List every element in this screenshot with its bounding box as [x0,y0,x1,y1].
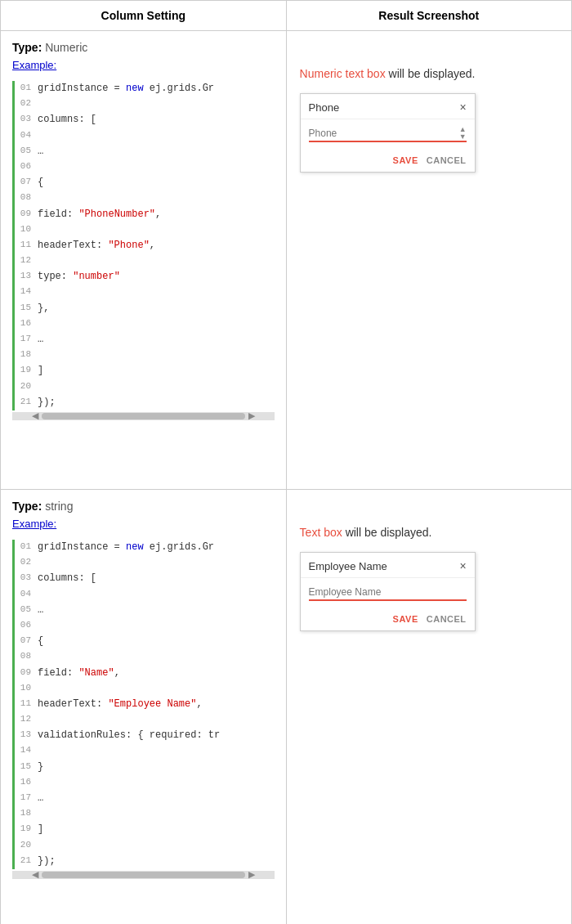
col-setting-header: Column Setting [1,1,287,31]
code-line: 05… [15,603,275,618]
code-line: 06 [15,159,275,175]
section1-phone-input[interactable] [309,126,459,141]
section2-result-cell: Text box will be displayed. Employee Nam… [286,490,571,925]
code-line: 08 [15,649,275,665]
scroll-right-arrow[interactable]: ▶ [245,410,258,421]
code-line: 18 [15,348,275,363]
section1-scrollbar[interactable]: ◀ ▶ [12,412,275,420]
section1-result-content: Numeric text box will be displayed. Phon… [287,31,571,184]
code-line: 19] [15,822,275,837]
scroll-right-arrow2[interactable]: ▶ [245,869,258,880]
section2-cell-content: Type: string Example: 01gridInstance = n… [1,490,286,924]
section1-result-text-part2: will [389,67,408,80]
code-line: 17… [15,791,275,806]
section1-dialog-footer: SAVE CANCEL [301,150,475,172]
code-line: 11headerText: "Phone", [15,238,275,253]
code-line: 11headerText: "Employee Name", [15,697,275,712]
code-line: 09field: "Name", [15,666,275,681]
section1-dialog-close[interactable]: × [459,101,466,114]
section2-example-link[interactable]: Example: [12,518,56,530]
code-line: 16 [15,316,275,332]
section2-code-block: 01gridInstance = new ej.grids.Gr 02 03co… [12,540,275,869]
scroll-left-arrow2[interactable]: ◀ [29,869,42,880]
code-line: 06 [15,618,275,634]
code-line: 14 [15,743,275,759]
code-line: 21}); [15,395,275,410]
code-line: 01gridInstance = new ej.grids.Gr [15,81,275,96]
section1-dialog-title: Phone [309,101,340,114]
section2-dialog-body [301,578,475,609]
code-line: 12 [15,712,275,728]
code-line: 03columns: [ [15,112,275,128]
section2-input-wrap [309,585,467,601]
code-line: 09field: "PhoneNumber", [15,207,275,222]
col-result-header: Result Screenshot [286,1,571,31]
section1-dialog: Phone × ▲ ▼ [300,93,476,173]
section1-dialog-header: Phone × [301,94,475,119]
section2-name-input[interactable] [309,585,467,601]
section2-dialog: Employee Name × SAVE CANCEL [300,552,476,631]
code-line: 21}); [15,854,275,869]
section2-type-value: string [45,500,73,513]
section2-cancel-button[interactable]: CANCEL [427,614,467,624]
section1-result-cell: Numeric text box will be displayed. Phon… [286,31,571,490]
section1-code-block: 01gridInstance = new ej.grids.Gr 02 03co… [12,81,275,410]
code-line: 10 [15,222,275,238]
code-line: 01gridInstance = new ej.grids.Gr [15,540,275,555]
section1-dialog-body: ▲ ▼ [301,119,475,150]
scroll-left-arrow[interactable]: ◀ [29,410,42,421]
code-line: 20 [15,838,275,854]
code-line: 15} [15,760,275,775]
code-line: 15}, [15,301,275,316]
section2-result-text-part2: will [346,526,364,539]
section1-type-value: Numeric [45,41,87,54]
code-line: 14 [15,285,275,300]
code-line: 18 [15,806,275,822]
numeric-arrows[interactable]: ▲ ▼ [459,126,467,141]
section1-cancel-button[interactable]: CANCEL [427,155,467,165]
code-line: 19] [15,363,275,379]
down-arrow[interactable]: ▼ [459,133,467,141]
section1-result-text: Numeric text box will be displayed. [300,67,558,80]
section1-result-text-part3: be displayed. [408,67,476,80]
section2-result-text-part1: Text box [300,526,346,539]
code-line: 02 [15,96,275,112]
section1-type-label: Type: Numeric [12,41,275,54]
code-line: 13validationRules: { required: tr [15,728,275,743]
section2-code-cell: Type: string Example: 01gridInstance = n… [1,490,287,925]
section2-save-button[interactable]: SAVE [393,614,418,624]
section2-result-text: Text box will be displayed. [300,526,558,539]
section2-scrollbar[interactable]: ◀ ▶ [12,871,275,879]
code-line: 05… [15,144,275,159]
section1-example-link[interactable]: Example: [12,59,56,71]
code-line: 12 [15,253,275,269]
code-line: 04 [15,128,275,144]
code-line: 13type: "number" [15,269,275,285]
code-line: 16 [15,775,275,791]
section2-dialog-close[interactable]: × [459,559,466,572]
code-line: 20 [15,379,275,395]
section2-dialog-footer: SAVE CANCEL [301,609,475,630]
main-table: Column Setting Result Screenshot Type: N… [0,0,572,924]
code-line: 17… [15,332,275,348]
code-line: 03columns: [ [15,571,275,586]
section2-result-content: Text box will be displayed. Employee Nam… [287,490,571,643]
code-line: 07{ [15,175,275,191]
scroll-track2[interactable] [42,872,245,878]
code-line: 02 [15,555,275,571]
section2-type-label: Type: string [12,500,275,513]
code-line: 04 [15,587,275,603]
section1-save-button[interactable]: SAVE [393,155,418,165]
section1-numeric-input-wrap: ▲ ▼ [309,126,467,142]
section1-result-text-part1: Numeric text box [300,67,389,80]
section2-result-text-part3: be displayed. [364,526,432,539]
section1-row: Type: Numeric Example: 01gridInstance = … [1,31,572,490]
code-line: 07{ [15,634,275,649]
scroll-track[interactable] [42,413,245,419]
section2-dialog-header: Employee Name × [301,553,475,578]
code-line: 08 [15,191,275,206]
section1-cell-content: Type: Numeric Example: 01gridInstance = … [1,31,286,489]
section2-row: Type: string Example: 01gridInstance = n… [1,490,572,925]
section2-dialog-title: Employee Name [309,560,387,572]
code-line: 10 [15,681,275,697]
